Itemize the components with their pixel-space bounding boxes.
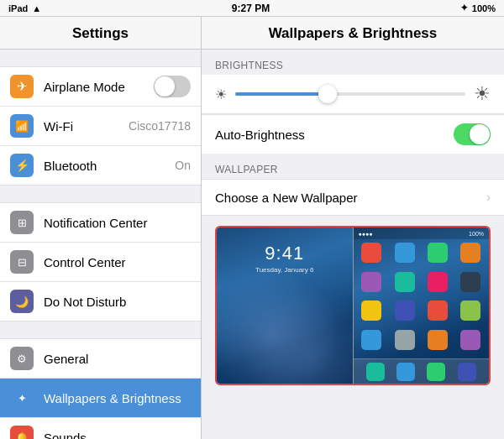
lock-screen-preview[interactable]: 9:41 Tuesday, January 6 — [217, 227, 353, 384]
donotdisturb-icon: 🌙 — [10, 290, 34, 313]
sidebar-item-donotdisturb[interactable]: 🌙 Do Not Disturb — [0, 282, 201, 321]
auto-brightness-toggle[interactable] — [454, 123, 491, 145]
bluetooth-icon: ⚡ — [10, 154, 34, 177]
auto-brightness-row: Auto-Brightness — [202, 114, 504, 154]
wifi-icon-sidebar: 📶 — [10, 114, 34, 138]
sun-large-icon: ☀ — [474, 83, 491, 105]
dock-icon-1 — [366, 363, 385, 381]
sidebar-group-1: ✈ Airplane Mode 📶 Wi-Fi Cisco17718 ⚡ Blu… — [0, 66, 201, 186]
status-right: ✦ 100% — [460, 3, 496, 13]
content-area: Wallpapers & Brightness BRIGHTNESS ☀ ☀ A… — [202, 17, 504, 439]
home-status-right: 100% — [469, 231, 484, 237]
bluetooth-value: On — [175, 159, 191, 172]
sidebar: Settings ✈ Airplane Mode 📶 Wi-Fi Cisco17… — [0, 17, 202, 439]
main-layout: Settings ✈ Airplane Mode 📶 Wi-Fi Cisco17… — [0, 17, 504, 439]
ipad-label: iPad — [8, 3, 28, 13]
chevron-right-icon: › — [486, 190, 491, 205]
auto-brightness-thumb — [470, 124, 490, 144]
home-status-left: ●●●● — [359, 231, 373, 237]
app-icon-7 — [428, 272, 448, 292]
app-icon-9 — [361, 301, 381, 321]
app-icon-15 — [428, 330, 448, 350]
donotdisturb-label: Do Not Disturb — [44, 295, 191, 309]
airplane-toggle[interactable] — [154, 76, 191, 97]
app-icon-2 — [395, 243, 415, 263]
choose-wallpaper-row[interactable]: Choose a New Wallpaper › — [202, 179, 504, 216]
wifi-value: Cisco17718 — [129, 119, 191, 133]
app-icon-6 — [395, 272, 415, 292]
app-icon-10 — [395, 301, 415, 321]
wallpaper-section-header: WALLPAPER — [202, 154, 504, 179]
status-left: iPad ▲ — [8, 3, 41, 13]
brightness-slider-fill — [235, 92, 328, 96]
app-icon-3 — [428, 243, 448, 263]
bluetooth-status-icon: ✦ — [460, 3, 468, 13]
status-bar: iPad ▲ 9:27 PM ✦ 100% — [0, 0, 504, 17]
auto-brightness-label: Auto-Brightness — [215, 128, 454, 142]
home-status-bar: ●●●● 100% — [354, 227, 490, 239]
app-icon-11 — [428, 301, 448, 321]
sun-small-icon: ☀ — [215, 86, 227, 102]
dock-icon-4 — [458, 363, 476, 381]
bluetooth-label: Bluetooth — [44, 159, 175, 173]
notification-label: Notification Center — [44, 216, 191, 230]
app-icon-8 — [460, 272, 480, 292]
app-icon-1 — [361, 243, 381, 263]
wallpaper-preview[interactable]: 9:41 Tuesday, January 6 ●●●● 100% — [215, 226, 491, 385]
sidebar-item-sounds[interactable]: 🔔 Sounds — [0, 418, 201, 439]
group-spacer-1 — [0, 50, 201, 66]
control-icon: ⊟ — [10, 250, 34, 274]
home-screen-preview[interactable]: ●●●● 100% — [353, 227, 490, 384]
sounds-label: Sounds — [44, 431, 191, 440]
dock-icon-2 — [396, 363, 415, 381]
general-icon: ⚙ — [10, 347, 34, 370]
brightness-slider-row[interactable]: ☀ ☀ — [202, 75, 504, 114]
sidebar-group-3: ⚙ General ✦ Wallpapers & Brightness 🔔 So… — [0, 338, 201, 439]
battery-label: 100% — [472, 3, 496, 13]
airplane-mode-label: Airplane Mode — [44, 80, 154, 94]
wallpaper-icon: ✦ — [10, 386, 34, 410]
home-dock — [354, 358, 490, 384]
sidebar-title: Settings — [0, 17, 201, 50]
home-screen-bg: ●●●● 100% — [354, 227, 490, 384]
status-time: 9:27 PM — [232, 3, 270, 14]
general-label: General — [44, 352, 191, 366]
brightness-slider-thumb[interactable] — [318, 85, 337, 103]
dock-icon-3 — [427, 363, 445, 381]
app-icon-4 — [460, 243, 480, 263]
sidebar-group-2: ⊞ Notification Center ⊟ Control Center 🌙… — [0, 202, 201, 321]
app-icon-16 — [460, 330, 480, 350]
control-label: Control Center — [44, 255, 191, 269]
choose-wallpaper-label: Choose a New Wallpaper — [215, 191, 486, 205]
group-spacer-3 — [0, 321, 201, 338]
notification-icon: ⊞ — [10, 211, 34, 234]
sidebar-item-general[interactable]: ⚙ General — [0, 338, 201, 379]
app-icon-14 — [395, 330, 415, 350]
app-icon-5 — [361, 272, 381, 292]
sounds-icon: 🔔 — [10, 426, 34, 439]
cloud-layer — [217, 261, 353, 384]
sidebar-item-notification[interactable]: ⊞ Notification Center — [0, 202, 201, 243]
app-icon-13 — [361, 330, 381, 350]
airplane-icon: ✈ — [10, 75, 34, 98]
wifi-icon: ▲ — [32, 3, 41, 13]
app-grid — [354, 239, 490, 358]
content-title: Wallpapers & Brightness — [202, 17, 504, 50]
sidebar-item-airplane-mode[interactable]: ✈ Airplane Mode — [0, 66, 201, 107]
sidebar-item-control[interactable]: ⊟ Control Center — [0, 243, 201, 282]
lock-screen-bg: 9:41 Tuesday, January 6 — [217, 227, 353, 384]
app-icon-12 — [460, 301, 480, 321]
wallpapers-label: Wallpapers & Brightness — [44, 391, 191, 405]
sidebar-item-wifi[interactable]: 📶 Wi-Fi Cisco17718 — [0, 107, 201, 146]
toggle-thumb — [155, 76, 175, 97]
sidebar-item-wallpapers[interactable]: ✦ Wallpapers & Brightness — [0, 379, 201, 418]
brightness-slider-track[interactable] — [235, 92, 465, 96]
wifi-label: Wi-Fi — [44, 119, 129, 133]
brightness-section-header: BRIGHTNESS — [202, 50, 504, 75]
group-spacer-2 — [0, 186, 201, 202]
sidebar-item-bluetooth[interactable]: ⚡ Bluetooth On — [0, 146, 201, 186]
